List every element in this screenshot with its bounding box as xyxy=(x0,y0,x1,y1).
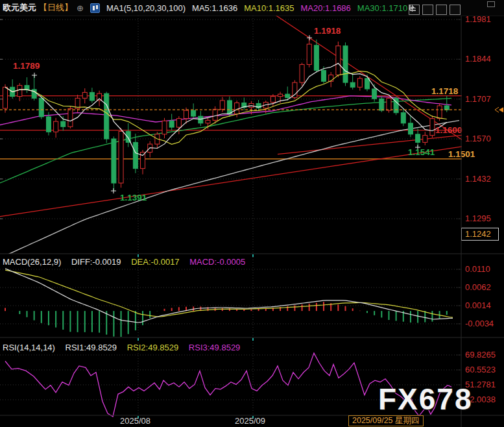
chart-toolbar xyxy=(409,5,461,15)
ma5-value: MA5:1.1636 xyxy=(192,3,237,13)
svg-text:69.8265: 69.8265 xyxy=(465,350,496,360)
svg-text:1.1570: 1.1570 xyxy=(465,134,491,143)
x-axis-month-september: 2025/09 xyxy=(235,416,265,426)
svg-text:1.1600: 1.1600 xyxy=(435,125,462,135)
period-label[interactable]: 【日线】 xyxy=(39,2,73,14)
x-axis-month-august: 2025/08 xyxy=(120,416,150,426)
x-axis-current-date: 2025/09/25 星期四 xyxy=(348,415,424,426)
svg-text:1.1391: 1.1391 xyxy=(120,193,147,202)
svg-text:-0.0034: -0.0034 xyxy=(465,319,494,328)
chart-arrow-right-icon[interactable] xyxy=(450,5,461,15)
macd-diff-value: DIFF:-0.0019 xyxy=(71,257,121,267)
svg-text:0.0062: 0.0062 xyxy=(465,282,491,292)
svg-text:1.1918: 1.1918 xyxy=(314,26,341,36)
rsi2-value: RSI2:49.8529 xyxy=(127,343,179,352)
kline-chart-icon[interactable] xyxy=(90,3,100,13)
rsi-params-label: RSI(14,14,14) xyxy=(3,343,55,352)
chart-left-axis-icon[interactable] xyxy=(422,5,433,15)
macd-label-row: MACD(26,12,9) DIFF:-0.0019 DEA:-0.0017 M… xyxy=(3,257,253,267)
svg-text:1.1541: 1.1541 xyxy=(408,147,435,157)
ma-group-label: MA1(5,10,20,30,100) xyxy=(106,3,186,13)
macd-hist-value: MACD:-0.0005 xyxy=(189,257,245,267)
chart-canvas[interactable]: 1.19811.18441.17071.15701.14321.12951.12… xyxy=(0,0,504,427)
svg-text:60.5523: 60.5523 xyxy=(465,365,496,374)
chart-play-icon[interactable] xyxy=(436,5,447,15)
svg-text:1.1242: 1.1242 xyxy=(465,229,491,239)
svg-text:1.1718: 1.1718 xyxy=(431,86,459,96)
rsi3-value: RSI3:49.8529 xyxy=(189,343,241,352)
svg-text:1.1789: 1.1789 xyxy=(13,61,40,71)
fx-chart-app: 1.19811.18441.17071.15701.14321.12951.12… xyxy=(0,0,504,427)
watermark: FX678 xyxy=(378,382,473,417)
macd-params-label: MACD(26,12,9) xyxy=(3,257,61,267)
rsi1-value: RSI1:49.8529 xyxy=(66,343,117,352)
ma10-value: MA10:1.1635 xyxy=(244,3,294,13)
svg-text:1.1844: 1.1844 xyxy=(465,54,491,64)
ma20-value: MA20:1.1686 xyxy=(301,3,351,13)
svg-text:1.1707: 1.1707 xyxy=(465,94,491,104)
corner-window-icon[interactable] xyxy=(487,1,495,7)
svg-text:1.1295: 1.1295 xyxy=(465,214,491,223)
cycle-icon[interactable]: ⊕ xyxy=(77,3,84,13)
svg-text:0.0110: 0.0110 xyxy=(465,264,490,274)
rsi-label-row: RSI(14,14,14) RSI1:49.8529 RSI2:49.8529 … xyxy=(3,343,248,352)
svg-text:1.1501: 1.1501 xyxy=(448,149,475,159)
ma30-value: MA30:1.1710 xyxy=(357,3,407,13)
instrument-title: 欧元美元 xyxy=(3,2,36,14)
svg-text:0.0014: 0.0014 xyxy=(465,300,491,310)
svg-text:1.1432: 1.1432 xyxy=(465,174,491,184)
macd-dea-value: DEA:-0.0017 xyxy=(131,257,179,267)
